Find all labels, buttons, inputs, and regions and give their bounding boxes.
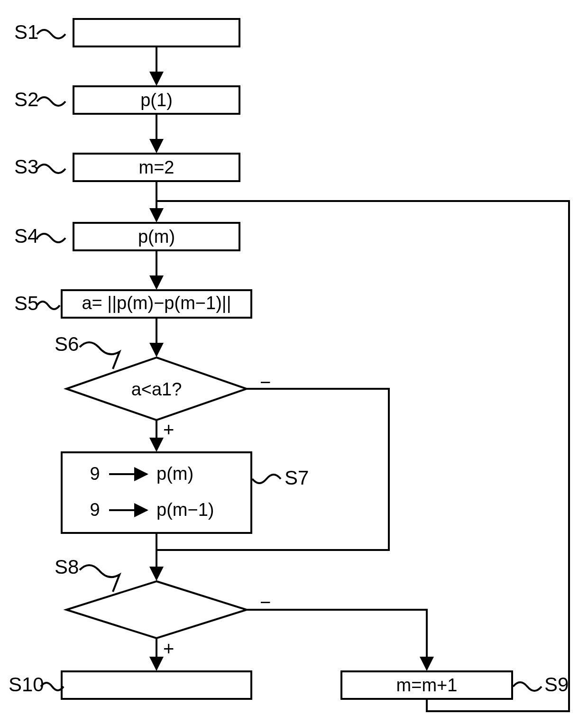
label-s6: S6 bbox=[55, 333, 79, 355]
step-s2-text: p(1) bbox=[140, 90, 173, 110]
step-s4-text: p(m) bbox=[138, 227, 175, 247]
s7-row2-left: 9 bbox=[90, 500, 100, 520]
step-s3-text: m=2 bbox=[139, 157, 175, 177]
label-s1: S1 bbox=[14, 21, 38, 43]
decision-s6-text: a<a1? bbox=[131, 379, 182, 399]
label-s9: S9 bbox=[544, 673, 569, 696]
squiggle-s7 bbox=[252, 475, 281, 483]
label-s3: S3 bbox=[14, 156, 38, 178]
step-s9-text: m=m+1 bbox=[396, 675, 458, 695]
decision-s8 bbox=[66, 581, 247, 638]
squiggle-s5 bbox=[37, 302, 60, 309]
step-s5-text: a= ||p(m)−p(m−1)|| bbox=[82, 293, 231, 313]
step-s1-box bbox=[74, 19, 239, 46]
label-s5: S5 bbox=[14, 292, 38, 314]
squiggle-s9 bbox=[513, 682, 542, 691]
s7-row1-left: 9 bbox=[90, 464, 100, 484]
squiggle-s10 bbox=[41, 683, 64, 690]
step-s10-box bbox=[62, 671, 251, 699]
label-s2: S2 bbox=[14, 88, 38, 110]
squiggle-s8 bbox=[80, 565, 119, 592]
s7-row2-right: p(m−1) bbox=[156, 500, 214, 520]
arrow-s8-s9 bbox=[247, 610, 427, 669]
s7-row1-right: p(m) bbox=[156, 464, 193, 484]
label-s4: S4 bbox=[14, 225, 38, 247]
branch-s6-plus: + bbox=[163, 419, 174, 440]
branch-s8-plus: + bbox=[163, 638, 174, 659]
label-s7: S7 bbox=[285, 467, 309, 489]
squiggle-s6 bbox=[80, 342, 119, 369]
squiggle-s2 bbox=[37, 97, 65, 106]
squiggle-s3 bbox=[37, 165, 65, 173]
squiggle-s4 bbox=[37, 234, 65, 242]
label-s10: S10 bbox=[9, 673, 44, 696]
squiggle-s1 bbox=[37, 30, 65, 38]
label-s8: S8 bbox=[55, 556, 79, 578]
